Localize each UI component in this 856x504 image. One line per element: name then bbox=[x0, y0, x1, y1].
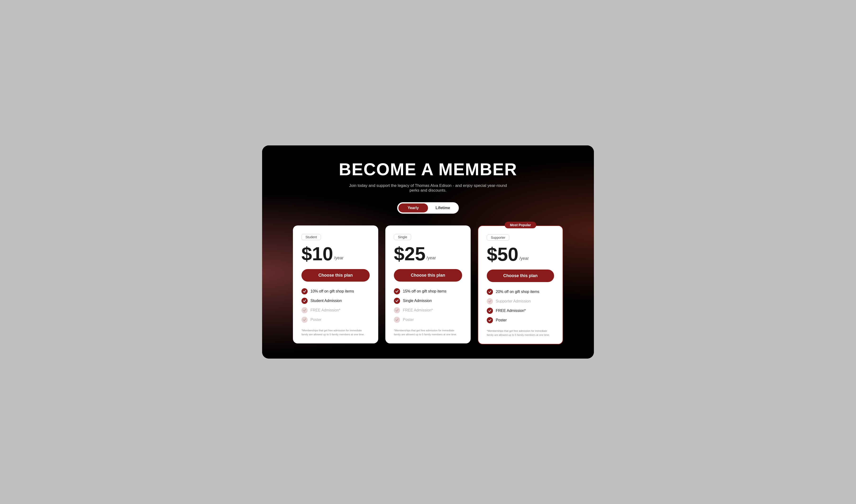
page-subtitle: Join today and support the legacy of Tho… bbox=[345, 183, 511, 193]
check-icon bbox=[301, 298, 308, 304]
list-item: 20% off on gift shop items bbox=[487, 289, 554, 295]
supporter-choose-button[interactable]: Choose this plan bbox=[487, 270, 554, 282]
check-icon bbox=[394, 288, 400, 294]
single-footnote: *Memberships that get free admission for… bbox=[394, 328, 460, 336]
supporter-price: $50 bbox=[487, 245, 518, 264]
check-icon bbox=[487, 308, 493, 314]
check-icon bbox=[487, 317, 493, 323]
check-icon-inactive bbox=[394, 317, 400, 323]
student-tier-badge: Student bbox=[301, 234, 321, 240]
supporter-footnote: *Memberships that get free admission for… bbox=[487, 329, 553, 337]
list-item: Supporter Admission bbox=[487, 298, 554, 304]
single-plan-card: Single $25 /year Choose this plan 15% of… bbox=[385, 226, 471, 343]
check-icon-inactive bbox=[394, 307, 400, 313]
list-item: Poster bbox=[487, 317, 554, 323]
most-popular-badge: Most Popular bbox=[505, 222, 536, 228]
single-tier-badge: Single bbox=[394, 234, 411, 240]
supporter-tier-badge: Supporter bbox=[487, 234, 509, 241]
single-choose-button[interactable]: Choose this plan bbox=[394, 269, 462, 282]
student-period: /year bbox=[334, 255, 344, 260]
single-feature-list: 15% off on gift shop items Single Admiss… bbox=[394, 288, 462, 323]
single-period: /year bbox=[426, 255, 436, 260]
list-item: 15% off on gift shop items bbox=[394, 288, 462, 294]
list-item: Poster bbox=[394, 317, 462, 323]
page-title: BECOME A MEMBER bbox=[339, 160, 517, 179]
list-item: Student Admission bbox=[301, 298, 370, 304]
supporter-plan-card: Most Popular Supporter $50 /year Choose … bbox=[478, 226, 563, 344]
main-content: BECOME A MEMBER Join today and support t… bbox=[262, 145, 594, 359]
membership-page: BECOME A MEMBER Join today and support t… bbox=[262, 145, 594, 359]
check-icon bbox=[394, 298, 400, 304]
single-price-row: $25 /year bbox=[394, 245, 462, 263]
supporter-feature-list: 20% off on gift shop items Supporter Adm… bbox=[487, 289, 554, 323]
student-feature-list: 10% off on gift shop items Student Admis… bbox=[301, 288, 370, 323]
list-item: 10% off on gift shop items bbox=[301, 288, 370, 294]
check-icon-inactive bbox=[487, 298, 493, 304]
student-footnote: *Memberships that get free admission for… bbox=[301, 328, 368, 336]
check-icon bbox=[301, 288, 308, 294]
student-choose-button[interactable]: Choose this plan bbox=[301, 269, 370, 282]
supporter-period: /year bbox=[519, 256, 529, 261]
check-icon-inactive bbox=[301, 317, 308, 323]
yearly-toggle-button[interactable]: Yearly bbox=[398, 203, 428, 213]
student-price: $10 bbox=[301, 245, 333, 263]
check-icon bbox=[487, 289, 493, 295]
lifetime-toggle-button[interactable]: Lifetime bbox=[428, 203, 458, 213]
single-price: $25 bbox=[394, 245, 425, 263]
list-item: FREE Admission* bbox=[487, 308, 554, 314]
list-item: Single Admission bbox=[394, 298, 462, 304]
check-icon-inactive bbox=[301, 307, 308, 313]
student-price-row: $10 /year bbox=[301, 245, 370, 263]
billing-toggle: Yearly Lifetime bbox=[397, 202, 459, 214]
list-item: FREE Admission* bbox=[301, 307, 370, 313]
supporter-price-row: $50 /year bbox=[487, 245, 554, 264]
list-item: Poster bbox=[301, 317, 370, 323]
pricing-cards: Student $10 /year Choose this plan 10% o… bbox=[293, 226, 563, 344]
list-item: FREE Admission* bbox=[394, 307, 462, 313]
student-plan-card: Student $10 /year Choose this plan 10% o… bbox=[293, 226, 378, 343]
